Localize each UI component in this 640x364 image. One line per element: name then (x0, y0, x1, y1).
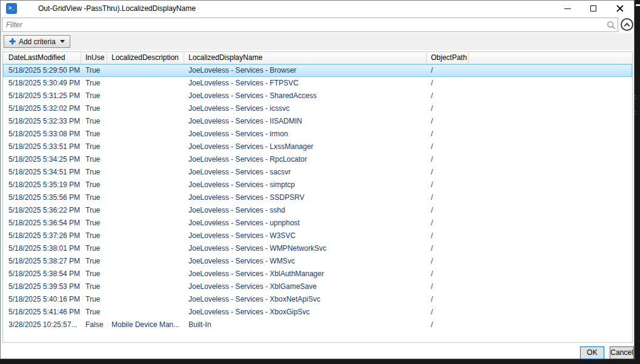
table-row[interactable]: 5/18/2025 5:38:27 PMTrueJoeLoveless - Se… (3, 255, 632, 268)
table-row[interactable]: 5/18/2025 5:30:49 PMTrueJoeLoveless - Se… (3, 77, 632, 90)
ok-button[interactable]: OK (580, 346, 604, 359)
cell-objectpath: / (427, 280, 468, 293)
table-row[interactable]: 5/18/2025 5:32:02 PMTrueJoeLoveless - Se… (3, 102, 632, 115)
cell-datelastmodified: 5/18/2025 5:41:46 PM (3, 306, 81, 319)
cell-filler (468, 179, 632, 191)
cell-localizeddescription (107, 128, 184, 141)
table-row[interactable]: 5/18/2025 5:35:56 PMTrueJoeLoveless - Se… (3, 191, 632, 204)
cell-localizeddisplayname: JoeLoveless - Services - XboxGipSvc (184, 306, 427, 319)
cell-localizeddisplayname: JoeLoveless - Services - IISADMIN (184, 115, 427, 128)
cell-localizeddisplayname: JoeLoveless - Services - SharedAccess (184, 90, 427, 102)
table-row[interactable]: 5/18/2025 5:38:54 PMTrueJoeLoveless - Se… (3, 268, 632, 280)
cancel-button[interactable]: Cancel (610, 346, 634, 359)
column-header-localizeddescription[interactable]: LocalizedDescription (107, 52, 184, 64)
title-bar[interactable]: >_ Out-GridView -PassThru).LocalizedDisp… (1, 1, 634, 16)
cell-datelastmodified: 5/18/2025 5:36:54 PM (3, 217, 81, 230)
cell-inuse: True (81, 293, 107, 306)
cell-objectpath: / (427, 319, 468, 331)
table-row[interactable]: 3/28/2025 10:25:57...FalseMobile Device … (3, 319, 632, 331)
table-row[interactable]: 5/18/2025 5:33:08 PMTrueJoeLoveless - Se… (3, 128, 632, 141)
table-row[interactable]: 5/18/2025 5:38:01 PMTrueJoeLoveless - Se… (3, 242, 632, 255)
cell-objectpath: / (427, 255, 468, 268)
cell-localizeddisplayname: JoeLoveless - Services - sacsvr (184, 166, 427, 179)
minimize-button[interactable] (555, 1, 581, 16)
table-row[interactable]: 5/18/2025 5:41:46 PMTrueJoeLoveless - Se… (3, 306, 632, 319)
column-header-inuse[interactable]: InUse (81, 52, 107, 64)
table-row[interactable]: 5/18/2025 5:36:22 PMTrueJoeLoveless - Se… (3, 204, 632, 217)
cell-filler (468, 141, 632, 153)
cell-inuse: True (81, 242, 107, 255)
cell-objectpath: / (427, 191, 468, 204)
cell-localizeddescription (107, 77, 184, 90)
powershell-icon[interactable]: >_ (6, 3, 17, 14)
cell-localizeddescription (107, 230, 184, 242)
cell-inuse: True (81, 268, 107, 280)
cell-datelastmodified: 5/18/2025 5:34:51 PM (3, 166, 81, 179)
cell-localizeddisplayname: JoeLoveless - Services - XboxNetApiSvc (184, 293, 427, 306)
cell-inuse: True (81, 115, 107, 128)
cell-localizeddisplayname: JoeLoveless - Services - FTPSVC (184, 77, 427, 90)
collapse-criteria-button[interactable] (621, 18, 633, 31)
cell-localizeddisplayname: JoeLoveless - Services - icssvc (184, 102, 427, 115)
cell-objectpath: / (427, 293, 468, 306)
table-row[interactable]: 5/18/2025 5:40:16 PMTrueJoeLoveless - Se… (3, 293, 632, 306)
table-row[interactable]: 5/18/2025 5:37:26 PMTrueJoeLoveless - Se… (3, 230, 632, 242)
cell-filler (468, 306, 632, 319)
cell-localizeddisplayname: JoeLoveless - Services - XblAuthManager (184, 268, 427, 280)
filter-input[interactable] (2, 18, 618, 32)
cell-inuse: True (81, 128, 107, 141)
cell-filler (468, 217, 632, 230)
cell-datelastmodified: 5/18/2025 5:38:27 PM (3, 255, 81, 268)
cell-localizeddisplayname: JoeLoveless - Services - XblGameSave (184, 280, 427, 293)
cell-filler (468, 319, 632, 331)
cell-localizeddescription (107, 306, 184, 319)
cell-localizeddescription (107, 268, 184, 280)
add-criteria-button[interactable]: ✚ Add criteria (4, 35, 70, 48)
column-header-localizeddisplayname[interactable]: LocalizedDisplayName (184, 52, 427, 64)
cell-datelastmodified: 5/18/2025 5:35:19 PM (3, 179, 81, 191)
close-button[interactable] (607, 1, 633, 16)
outgridview-window: >_ Out-GridView -PassThru).LocalizedDisp… (0, 0, 635, 359)
cell-inuse: True (81, 179, 107, 191)
table-row[interactable]: 5/18/2025 5:29:50 PMTrueJoeLoveless - Se… (3, 64, 632, 77)
add-criteria-label: Add criteria (19, 38, 56, 46)
cell-filler (468, 191, 632, 204)
grid-body: 5/18/2025 5:29:50 PMTrueJoeLoveless - Se… (3, 64, 632, 331)
cell-objectpath: / (427, 268, 468, 280)
cell-inuse: True (81, 217, 107, 230)
cell-inuse: True (81, 230, 107, 242)
cell-localizeddescription (107, 293, 184, 306)
table-row[interactable]: 5/18/2025 5:33:51 PMTrueJoeLoveless - Se… (3, 141, 632, 153)
results-grid: DateLastModifiedInUseLocalizedDescriptio… (2, 51, 633, 343)
cell-filler (468, 255, 632, 268)
table-row[interactable]: 5/18/2025 5:32:33 PMTrueJoeLoveless - Se… (3, 115, 632, 128)
table-row[interactable]: 5/18/2025 5:31:25 PMTrueJoeLoveless - Se… (3, 90, 632, 102)
cell-localizeddescription: Mobile Device Man... (107, 319, 184, 331)
cell-inuse: True (81, 141, 107, 153)
table-row[interactable]: 5/18/2025 5:34:51 PMTrueJoeLoveless - Se… (3, 166, 632, 179)
table-row[interactable]: 5/18/2025 5:34:25 PMTrueJoeLoveless - Se… (3, 153, 632, 166)
cell-inuse: True (81, 90, 107, 102)
cell-filler (468, 102, 632, 115)
window-title: Out-GridView -PassThru).LocalizedDisplay… (38, 4, 196, 13)
table-row[interactable]: 5/18/2025 5:39:53 PMTrueJoeLoveless - Se… (3, 280, 632, 293)
cell-localizeddisplayname: JoeLoveless - Services - sshd (184, 204, 427, 217)
column-header-objectpath[interactable]: ObjectPath (427, 52, 468, 64)
cell-localizeddescription (107, 280, 184, 293)
minimize-icon (564, 8, 571, 9)
cell-filler (468, 280, 632, 293)
cell-datelastmodified: 5/18/2025 5:33:51 PM (3, 141, 81, 153)
cell-localizeddescription (107, 153, 184, 166)
cell-filler (468, 77, 632, 90)
cell-filler (468, 242, 632, 255)
table-row[interactable]: 5/18/2025 5:35:19 PMTrueJoeLoveless - Se… (3, 179, 632, 191)
cell-localizeddisplayname: JoeLoveless - Services - LxssManager (184, 141, 427, 153)
column-header-datelastmodified[interactable]: DateLastModified (3, 52, 81, 64)
cell-datelastmodified: 5/18/2025 5:37:26 PM (3, 230, 81, 242)
cell-objectpath: / (427, 128, 468, 141)
table-row[interactable]: 5/18/2025 5:36:54 PMTrueJoeLoveless - Se… (3, 217, 632, 230)
maximize-button[interactable] (581, 1, 607, 16)
cell-objectpath: / (427, 166, 468, 179)
cell-datelastmodified: 5/18/2025 5:31:25 PM (3, 90, 81, 102)
cell-inuse: False (81, 319, 107, 331)
